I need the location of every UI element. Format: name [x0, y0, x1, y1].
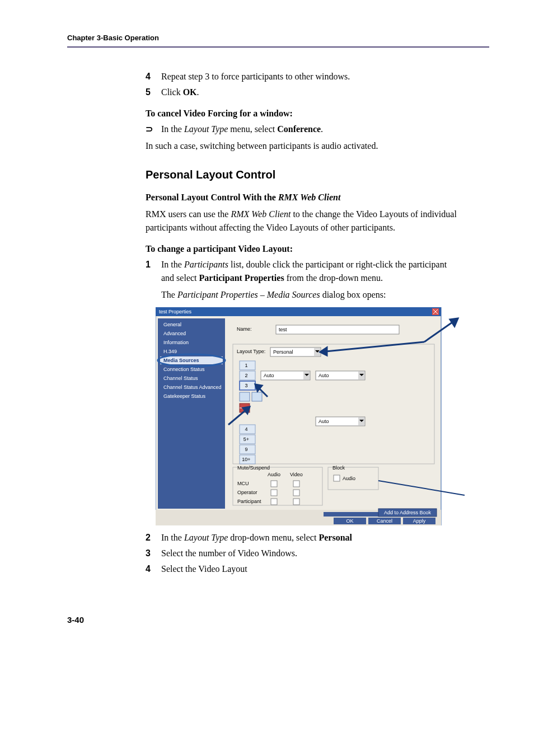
step-number: 3: [146, 547, 161, 560]
svg-marker-55: [450, 318, 458, 326]
svg-text:Audio: Audio: [268, 472, 280, 477]
step: 3 Select the number of Video Windows.: [146, 547, 459, 560]
sidebar-item-chanadv[interactable]: Channel Status Advanced: [163, 384, 222, 390]
dialog-title: test Properties: [159, 309, 192, 314]
svg-text:Auto: Auto: [264, 373, 274, 378]
svg-rect-4: [158, 318, 225, 509]
svg-text:Video: Video: [290, 472, 303, 477]
sidebar-item-info[interactable]: Information: [163, 340, 189, 345]
step-number: 4: [146, 70, 161, 83]
svg-text:Operator: Operator: [237, 490, 257, 495]
svg-text:2[interactable]: 2: [245, 373, 247, 378]
checkbox[interactable]: [271, 481, 277, 487]
step-text: In the Layout Type drop-down menu, selec…: [161, 531, 459, 544]
svg-text:10+[interactable]: 10+: [242, 457, 250, 462]
section-title: Personal Layout Control: [146, 166, 459, 183]
step: 5 Click OK.: [146, 86, 459, 99]
svg-text:Auto: Auto: [318, 373, 329, 378]
name-field[interactable]: [276, 325, 399, 334]
svg-text:MCU: MCU: [237, 481, 249, 486]
step-number: 5: [146, 86, 161, 99]
step: 1 In the Participants list, double click…: [146, 258, 459, 285]
step: 4 Repeat step 3 to force participants to…: [146, 70, 459, 83]
step: 4 Select the Video Layout: [146, 562, 459, 576]
sidebar-item-mediasources[interactable]: Media Sources: [163, 358, 199, 363]
step-number: 2: [146, 531, 161, 544]
step-text: Repeat step 3 to force participants to o…: [161, 70, 459, 83]
checkbox[interactable]: [271, 490, 277, 496]
bullet-symbol: ⊃: [146, 123, 161, 136]
svg-text:5+[interactable]: 5+: [243, 436, 249, 442]
dialog-screenshot: test Properties General Advanced Informa…: [156, 307, 459, 525]
svg-text:test: test: [279, 327, 287, 332]
name-label: Name:: [237, 326, 252, 332]
step-text: In the Participants list, double click t…: [161, 258, 459, 285]
svg-text:1[interactable]: 1: [245, 363, 247, 368]
svg-rect-1: [156, 307, 441, 316]
checkbox[interactable]: [293, 499, 299, 505]
step-number: 4: [146, 562, 161, 576]
cancel-heading: To cancel Video Forcing for a window:: [146, 107, 459, 120]
layout-type-label: Layout Type:: [237, 349, 265, 354]
checkbox[interactable]: [334, 475, 340, 481]
checkbox[interactable]: [293, 490, 299, 496]
svg-text:Participant: Participant: [237, 499, 261, 504]
sidebar-item-chan[interactable]: Channel Status: [163, 375, 198, 381]
sidebar-item-general[interactable]: General: [163, 322, 181, 327]
svg-text:OK: OK: [346, 518, 353, 524]
svg-text:Add to Address Book: Add to Address Book: [384, 510, 432, 515]
sidebar-item-gatekeeper[interactable]: Gatekeeper Status: [163, 393, 206, 399]
svg-text:Apply: Apply: [413, 518, 426, 524]
svg-rect-24: [252, 392, 262, 401]
svg-text:3[interactable]: 3: [245, 383, 247, 388]
page-number: 3-40: [67, 615, 489, 624]
step-text: Click OK.: [161, 86, 459, 99]
svg-text:9[interactable]: 9: [245, 447, 247, 452]
dialog-caption: The Participant Properties – Media Sourc…: [161, 288, 459, 302]
chapter-label: Chapter 3-Basic Operation: [67, 34, 489, 42]
sidebar-item-h349[interactable]: H.349: [163, 349, 177, 354]
header-rule: [67, 46, 489, 48]
svg-text:Auto: Auto: [318, 419, 329, 424]
sidebar-item-advanced[interactable]: Advanced: [163, 331, 186, 336]
checkbox[interactable]: [271, 499, 277, 505]
step-text: Select the Video Layout: [161, 562, 459, 576]
step-number: 1: [146, 258, 161, 285]
svg-text:4[interactable]: 4: [245, 426, 247, 432]
checkbox[interactable]: [293, 481, 299, 487]
subsection-heading: Personal Layout Control With the RMX Web…: [146, 191, 459, 204]
step-text: Select the number of Video Windows.: [161, 547, 459, 560]
svg-text:Cancel: Cancel: [377, 518, 392, 524]
change-heading: To change a participant Video Layout:: [146, 242, 459, 256]
block-group-label: Block: [332, 465, 345, 471]
svg-rect-23: [240, 392, 250, 401]
svg-text:Personal: Personal: [273, 349, 293, 355]
step: 2 In the Layout Type drop-down menu, sel…: [146, 531, 459, 544]
bullet-item: ⊃ In the Layout Type menu, select Confer…: [146, 123, 459, 136]
svg-text:Audio: Audio: [343, 476, 355, 481]
body-paragraph: RMX users can use the RMX Web Client to …: [146, 208, 459, 234]
note-text: In such a case, switching between partic…: [146, 139, 459, 153]
sidebar-item-conn[interactable]: Connection Status: [163, 367, 205, 372]
mute-group-label: Mute/Suspend: [237, 465, 270, 471]
